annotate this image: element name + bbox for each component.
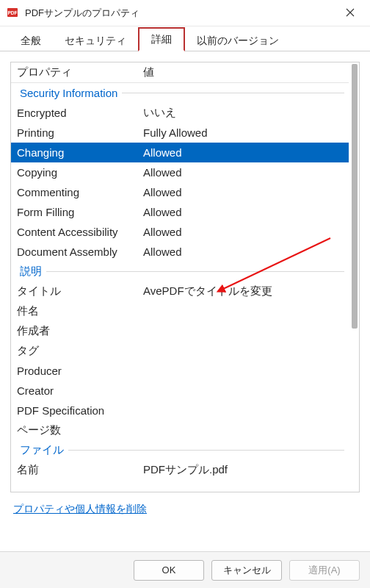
cancel-button[interactable]: キャンセル [211, 560, 282, 581]
value-encrypted: いいえ [143, 106, 349, 120]
scrollbar-thumb[interactable] [352, 64, 358, 329]
label-creator: Creator [17, 384, 143, 397]
section-line [122, 93, 344, 93]
row-copying[interactable]: Copying Allowed [11, 162, 349, 182]
body-area: プロパティ 値 Security Information Encrypted い… [0, 51, 370, 523]
label-pdf-specification: PDF Specification [17, 404, 143, 417]
close-button[interactable] [333, 1, 367, 25]
row-title[interactable]: タイトル AvePDFでタイトルを変更 [11, 282, 349, 301]
row-printing[interactable]: Printing Fully Allowed [11, 123, 349, 143]
tab-details[interactable]: 詳細 [138, 27, 185, 51]
label-pages: ページ数 [17, 423, 143, 437]
section-file-label: ファイル [20, 443, 64, 457]
close-icon [346, 7, 355, 19]
row-form-filling[interactable]: Form Filling Allowed [11, 202, 349, 222]
tab-security[interactable]: セキュリティ [53, 30, 138, 51]
remove-properties-link[interactable]: プロパティや個人情報を削除 [13, 503, 147, 514]
label-encrypted: Encrypted [17, 107, 143, 119]
label-commenting: Commenting [17, 186, 143, 198]
value-changing: Allowed [143, 146, 349, 159]
section-line [46, 271, 344, 272]
value-form-filling: Allowed [143, 206, 349, 218]
dialog-footer: OK キャンセル 適用(A) [0, 551, 370, 588]
row-commenting[interactable]: Commenting Allowed [11, 182, 349, 202]
label-document-assembly: Document Assembly [17, 245, 143, 258]
value-document-assembly: Allowed [143, 245, 349, 258]
value-copying: Allowed [143, 166, 349, 179]
properties-scroll: プロパティ 値 Security Information Encrypted い… [11, 62, 359, 492]
section-description: 説明 [11, 262, 349, 282]
section-file: ファイル [11, 440, 349, 460]
link-row: プロパティや個人情報を削除 [10, 492, 360, 523]
column-headers: プロパティ 値 [11, 62, 349, 83]
row-tags[interactable]: タグ [11, 341, 349, 361]
section-line [68, 450, 344, 451]
section-security-info: Security Information [11, 83, 349, 103]
value-printing: Fully Allowed [143, 126, 349, 139]
scrollbar[interactable] [350, 64, 358, 490]
titlebar: PDF PDFサンプルのプロパティ [0, 0, 370, 26]
window-title: PDFサンプルのプロパティ [25, 7, 333, 20]
label-changing: Changing [17, 146, 143, 159]
tab-previous-versions[interactable]: 以前のバージョン [185, 30, 291, 51]
row-subject[interactable]: 件名 [11, 301, 349, 321]
row-pdf-specification[interactable]: PDF Specification [11, 401, 349, 420]
apply-button: 適用(A) [289, 560, 360, 581]
label-copying: Copying [17, 166, 143, 179]
row-creator[interactable]: Creator [11, 381, 349, 401]
label-tags: タグ [17, 344, 143, 358]
tab-strip: 全般 セキュリティ 詳細 以前のバージョン [0, 26, 370, 51]
row-producer[interactable]: Producer [11, 361, 349, 381]
row-content-accessibility[interactable]: Content Accessibility Allowed [11, 222, 349, 242]
row-pages[interactable]: ページ数 [11, 420, 349, 440]
row-file-name[interactable]: 名前 PDFサンプル.pdf [11, 460, 349, 480]
section-security-info-label: Security Information [20, 87, 117, 99]
label-subject: 件名 [17, 304, 143, 318]
header-property: プロパティ [17, 65, 143, 79]
properties-panel: プロパティ 値 Security Information Encrypted い… [10, 62, 360, 492]
row-document-assembly[interactable]: Document Assembly Allowed [11, 242, 349, 262]
tab-general[interactable]: 全般 [9, 30, 53, 51]
pdf-file-icon: PDF [6, 7, 19, 20]
label-producer: Producer [17, 365, 143, 377]
row-author[interactable]: 作成者 [11, 321, 349, 341]
svg-text:PDF: PDF [8, 10, 18, 15]
label-content-accessibility: Content Accessibility [17, 226, 143, 238]
label-file-name: 名前 [17, 463, 143, 477]
value-commenting: Allowed [143, 186, 349, 198]
header-value: 値 [143, 65, 349, 79]
value-content-accessibility: Allowed [143, 226, 349, 238]
ok-button[interactable]: OK [134, 560, 204, 581]
section-description-label: 説明 [20, 265, 42, 279]
label-form-filling: Form Filling [17, 206, 143, 218]
row-encrypted[interactable]: Encrypted いいえ [11, 103, 349, 123]
label-title: タイトル [17, 284, 143, 298]
label-printing: Printing [17, 126, 143, 139]
label-author: 作成者 [17, 324, 143, 338]
value-file-name: PDFサンプル.pdf [143, 463, 349, 477]
value-title: AvePDFでタイトルを変更 [143, 284, 349, 298]
row-changing[interactable]: Changing Allowed [11, 143, 349, 162]
